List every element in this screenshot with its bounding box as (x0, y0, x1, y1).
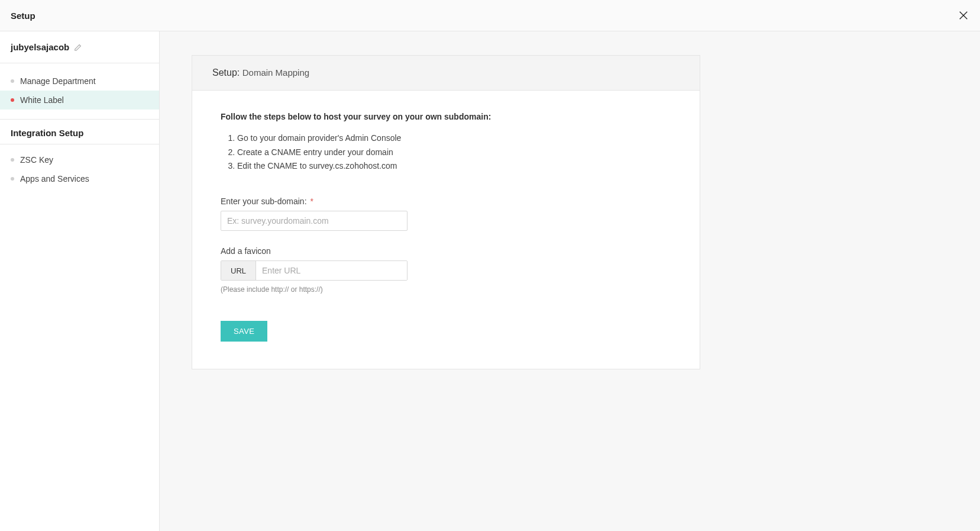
label-text: Enter your sub-domain: (221, 197, 307, 206)
edit-icon[interactable] (74, 43, 82, 52)
sidebar-item-zsc-key[interactable]: ZSC Key (0, 150, 159, 169)
save-button[interactable]: SAVE (221, 321, 267, 342)
list-item: Go to your domain provider's Admin Conso… (237, 132, 671, 145)
sidebar-item-label: White Label (20, 95, 64, 105)
card-header-prefix: Setup: (212, 67, 240, 78)
sidebar-item-apps-services[interactable]: Apps and Services (0, 169, 159, 188)
sidebar: jubyelsajacob Manage Department White La… (0, 31, 160, 531)
nav-group-primary: Manage Department White Label (0, 63, 159, 113)
sidebar-item-label: Apps and Services (20, 174, 89, 184)
subdomain-label: Enter your sub-domain: * (221, 197, 671, 206)
page-title: Setup (11, 11, 35, 21)
sidebar-item-label: ZSC Key (20, 155, 53, 165)
setup-card: Setup: Domain Mapping Follow the steps b… (192, 55, 700, 369)
subdomain-input[interactable] (221, 211, 407, 231)
card-header: Setup: Domain Mapping (192, 56, 700, 91)
sidebar-user: jubyelsajacob (0, 31, 159, 63)
username: jubyelsajacob (11, 42, 69, 52)
instructions-title: Follow the steps below to host your surv… (221, 112, 671, 121)
layout: jubyelsajacob Manage Department White La… (0, 31, 980, 531)
card-body: Follow the steps below to host your surv… (192, 91, 700, 369)
sidebar-section-heading: Integration Setup (0, 119, 159, 144)
list-item: Create a CNAME entry under your domain (237, 146, 671, 159)
favicon-field: Add a favicon URL (Please include http:/… (221, 246, 671, 294)
nav-group-secondary: ZSC Key Apps and Services (0, 144, 159, 192)
sidebar-item-manage-department[interactable]: Manage Department (0, 72, 159, 91)
bullet-icon (11, 98, 14, 102)
subdomain-field: Enter your sub-domain: * (221, 197, 671, 231)
sidebar-item-white-label[interactable]: White Label (0, 91, 159, 110)
bullet-icon (11, 158, 14, 162)
favicon-label: Add a favicon (221, 246, 671, 256)
main-content: Setup: Domain Mapping Follow the steps b… (160, 31, 980, 531)
favicon-hint: (Please include http:// or https://) (221, 285, 671, 294)
list-item: Edit the CNAME to survey.cs.zohohost.com (237, 160, 671, 173)
close-icon[interactable] (958, 9, 969, 21)
bullet-icon (11, 79, 14, 83)
topbar: Setup (0, 0, 980, 31)
sidebar-item-label: Manage Department (20, 76, 96, 86)
steps-list: Go to your domain provider's Admin Conso… (221, 132, 671, 173)
card-header-suffix: Domain Mapping (242, 67, 309, 78)
url-addon: URL (221, 261, 256, 280)
favicon-input-group: URL (221, 260, 407, 281)
required-mark: * (310, 197, 313, 206)
bullet-icon (11, 177, 14, 181)
favicon-url-input[interactable] (256, 261, 407, 280)
